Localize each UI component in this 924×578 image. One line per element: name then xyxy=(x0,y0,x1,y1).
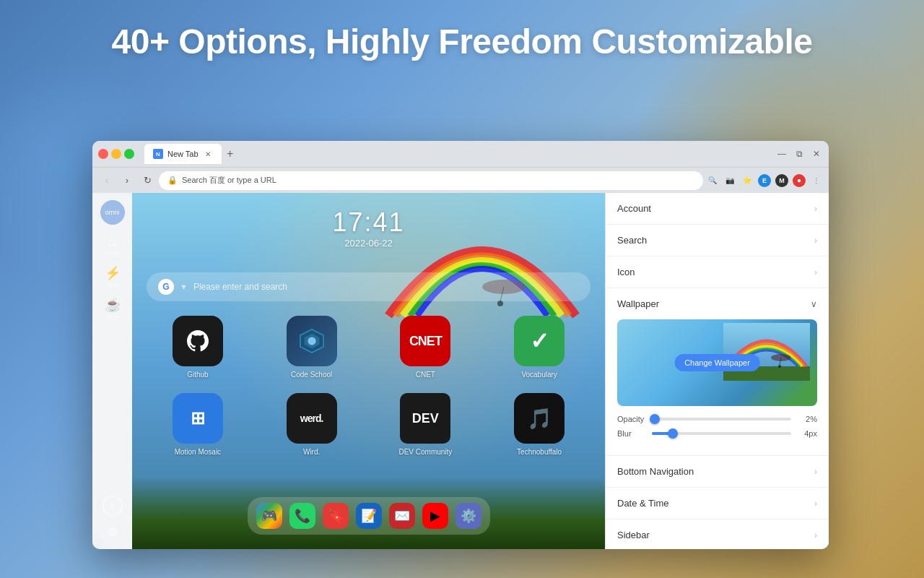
restore-btn[interactable]: ⧉ xyxy=(793,147,806,160)
blur-thumb[interactable] xyxy=(668,428,678,439)
extension-icon-1[interactable]: E xyxy=(758,174,771,187)
app-werd[interactable]: werd. Wird. xyxy=(261,393,363,456)
techno-label: Technobuffalo xyxy=(517,448,562,456)
account-chevron: › xyxy=(814,204,817,214)
settings-row-bottom-nav[interactable]: Bottom Navigation › xyxy=(606,456,829,488)
dock-icon-notes[interactable]: 📝 xyxy=(356,503,382,529)
settings-panel: Account › Search › Icon › Wallpaper ∨ xyxy=(605,193,829,549)
settings-account-label: Account xyxy=(617,203,651,214)
address-bar[interactable]: 🔒 Search 百度 or type a URL xyxy=(159,171,703,190)
codeschool-icon xyxy=(287,316,337,366)
settings-icon-label: Icon xyxy=(617,267,635,277)
datetime-chevron: › xyxy=(814,499,817,509)
opacity-slider-row: Opacity 2% xyxy=(617,415,817,423)
svg-point-11 xyxy=(778,365,781,368)
reload-button[interactable]: ↻ xyxy=(139,172,156,189)
cnet-icon: CNET xyxy=(400,316,450,366)
dock-icon-games[interactable]: 🎮 xyxy=(256,503,282,529)
app-github[interactable]: Github xyxy=(147,316,249,379)
svg-point-5 xyxy=(308,337,315,345)
app-codeschool[interactable]: Code School xyxy=(261,316,363,379)
sidebar-item-tech[interactable]: ⚡ Tech xyxy=(98,262,127,291)
settings-row-account[interactable]: Account › xyxy=(606,193,829,225)
minimize-window-button[interactable] xyxy=(111,149,121,159)
rainbow-svg xyxy=(381,200,583,330)
bottom-dock: 🎮 📞 🔖 📝 ✉️ ▶ ⚙️ xyxy=(248,497,490,535)
search-bar[interactable]: G ▼ Please enter and search xyxy=(147,272,590,301)
dock-icon-phone[interactable]: 📞 xyxy=(289,503,315,529)
bottom-nav-chevron: › xyxy=(814,467,817,477)
sidebar-settings-button[interactable]: ⚙ xyxy=(103,522,123,542)
app-cnet[interactable]: CNET CNET xyxy=(375,316,477,379)
dock-icon-gmail[interactable]: ✉️ xyxy=(389,503,415,529)
wallpaper-label: Wallpaper xyxy=(617,298,659,309)
back-button[interactable]: ‹ xyxy=(98,172,116,189)
settings-row-wallpaper[interactable]: Wallpaper ∨ xyxy=(606,288,829,319)
vocab-label: Vocabulary xyxy=(521,371,557,379)
window-controls xyxy=(98,149,134,159)
tab-favicon: N xyxy=(153,149,163,159)
profile-icon[interactable]: ● xyxy=(793,174,806,187)
sidebar-chevron: › xyxy=(814,530,817,540)
tab-close-button[interactable]: ✕ xyxy=(203,149,213,159)
sidebar-item-rest[interactable]: ☕ Rest xyxy=(98,294,127,323)
sidebar-add-button[interactable]: + xyxy=(103,496,123,516)
wallpaper-preview[interactable]: Change Wallpaper xyxy=(617,319,817,406)
opacity-thumb[interactable] xyxy=(650,414,660,424)
opacity-track[interactable] xyxy=(652,418,791,420)
blur-value: 4px xyxy=(797,429,817,438)
sidebar-home-label: Home xyxy=(105,250,120,256)
zoom-icon[interactable]: 🔍 xyxy=(706,174,719,187)
rest-icon: ☕ xyxy=(105,297,121,313)
browser-addressbar: ‹ › ↻ 🔒 Search 百度 or type a URL 🔍 📷 ⭐ E … xyxy=(92,167,829,193)
dev-icon: DEV xyxy=(400,393,450,444)
close-window-button[interactable] xyxy=(98,149,108,159)
clock-time: 17:41 xyxy=(332,207,404,238)
app-vocab[interactable]: ✓ Vocabulary xyxy=(488,316,590,379)
more-options-icon[interactable]: ⋮ xyxy=(810,174,823,187)
minimize-btn[interactable]: — xyxy=(775,147,789,160)
dock-icon-youtube[interactable]: ▶ xyxy=(422,503,448,529)
settings-row-datetime[interactable]: Date & Time › xyxy=(606,488,829,519)
app-matrix[interactable]: ⊞ Motion Mosaic xyxy=(147,393,249,456)
cnet-label: CNET xyxy=(416,371,435,379)
tab-area: N New Tab ✕ + xyxy=(144,144,770,164)
werd-label: Wird. xyxy=(303,448,320,456)
matrix-icon: ⊞ xyxy=(173,393,223,444)
blur-track[interactable] xyxy=(652,432,791,435)
dock-icon-bookmark[interactable]: 🔖 xyxy=(323,503,349,529)
vocab-icon: ✓ xyxy=(514,316,565,366)
app-techno[interactable]: 🎵 Technobuffalo xyxy=(488,393,590,456)
app-dev[interactable]: DEV DEV Community xyxy=(375,393,477,456)
dock-icon-settings[interactable]: ⚙️ xyxy=(456,503,481,529)
settings-row-icon[interactable]: Icon › xyxy=(606,256,829,288)
sidebar-tech-label: Tech xyxy=(106,282,118,288)
search-chevron: › xyxy=(814,236,817,246)
address-right-icons: 🔍 📷 ⭐ E M ● ⋮ xyxy=(706,174,823,187)
sidebar-item-home[interactable]: ⌂ Home xyxy=(98,230,127,259)
settings-row-sidebar[interactable]: Sidebar › xyxy=(606,519,829,549)
extension-icon-2[interactable]: M xyxy=(775,174,788,187)
forward-button[interactable]: › xyxy=(118,172,136,189)
change-wallpaper-button[interactable]: Change Wallpaper xyxy=(674,354,760,371)
window-right-controls: — ⧉ ✕ xyxy=(775,147,823,160)
browser-sidebar: omni ⌂ Home ⚡ Tech ☕ Rest + ⚙ xyxy=(92,193,132,549)
techno-icon: 🎵 xyxy=(514,393,565,444)
maximize-window-button[interactable] xyxy=(124,149,134,159)
tab-newtab[interactable]: N New Tab ✕ xyxy=(144,144,222,164)
browser-window: N New Tab ✕ + — ⧉ ✕ ‹ › ↻ 🔒 Search 百度 or… xyxy=(92,141,829,549)
wallpaper-content: Change Wallpaper Opacity 2% Blur xyxy=(606,319,829,455)
opacity-label: Opacity xyxy=(617,415,646,423)
search-arrow-left: ▼ xyxy=(180,282,188,291)
screenshot-icon[interactable]: 📷 xyxy=(723,174,736,187)
settings-row-search[interactable]: Search › xyxy=(606,225,829,256)
new-tab-button[interactable]: + xyxy=(222,145,239,163)
sidebar-avatar[interactable]: omni xyxy=(100,200,125,225)
browser-body: omni ⌂ Home ⚡ Tech ☕ Rest + ⚙ xyxy=(92,193,829,549)
sidebar-label: Sidebar xyxy=(617,530,650,540)
settings-wallpaper-section: Wallpaper ∨ xyxy=(606,288,829,456)
close-btn[interactable]: ✕ xyxy=(810,147,823,160)
bookmark-icon[interactable]: ⭐ xyxy=(741,174,754,187)
blur-label: Blur xyxy=(617,429,646,438)
tab-title: New Tab xyxy=(167,150,199,158)
